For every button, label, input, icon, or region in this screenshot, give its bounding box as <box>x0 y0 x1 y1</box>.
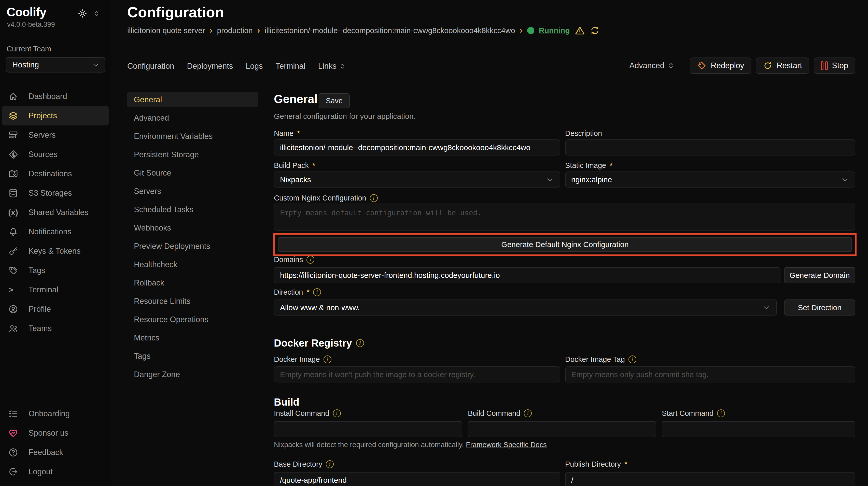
build-command-input[interactable] <box>468 421 656 437</box>
chevron-down-icon <box>546 175 554 184</box>
sidebar-item-keys-tokens[interactable]: Keys & Tokens <box>2 241 109 261</box>
subnav-metrics[interactable]: Metrics <box>127 330 258 346</box>
framework-docs-link[interactable]: Framework Specific Docs <box>466 441 547 449</box>
sidebar-item-label: Dashboard <box>29 92 67 101</box>
heart-icon <box>8 428 18 438</box>
static-image-select[interactable]: nginx:alpine <box>565 171 855 188</box>
info-icon[interactable]: i <box>313 288 321 296</box>
label-text: Install Command <box>274 409 330 418</box>
sidebar-item-profile[interactable]: Profile <box>2 299 109 319</box>
subnav-environment-variables[interactable]: Environment Variables <box>127 129 258 144</box>
description-input[interactable] <box>565 139 855 156</box>
info-icon[interactable]: i <box>307 256 314 264</box>
install-command-input[interactable] <box>274 421 462 437</box>
subnav-webhooks[interactable]: Webhooks <box>127 220 258 236</box>
sidebar-item-shared-variables[interactable]: (x) Shared Variables <box>2 203 109 222</box>
advanced-dropdown[interactable]: Advanced <box>629 61 675 70</box>
sidebar-item-notifications[interactable]: Notifications <box>2 222 109 241</box>
redeploy-button[interactable]: Redeploy <box>690 58 751 74</box>
stop-button[interactable]: Stop <box>814 58 855 74</box>
tab-configuration[interactable]: Configuration <box>127 62 174 71</box>
subnav-servers[interactable]: Servers <box>127 184 258 199</box>
sidebar-item-label: Shared Variables <box>29 208 89 217</box>
subnav-general[interactable]: General <box>127 92 258 107</box>
tab-logs[interactable]: Logs <box>246 62 263 71</box>
subnav-preview-deployments[interactable]: Preview Deployments <box>127 239 258 254</box>
info-icon[interactable]: i <box>323 355 332 363</box>
team-select[interactable]: Hosting <box>6 57 105 72</box>
info-icon[interactable]: i <box>628 355 637 363</box>
subnav-advanced[interactable]: Advanced <box>127 110 258 126</box>
subnav-tags[interactable]: Tags <box>127 349 258 364</box>
sidebar-item-teams[interactable]: Teams <box>2 319 109 338</box>
status-running-link[interactable]: Running <box>539 26 570 35</box>
tab-links[interactable]: Links <box>318 62 346 71</box>
name-input[interactable] <box>274 139 560 156</box>
info-icon[interactable]: i <box>370 194 378 202</box>
tab-label: Terminal <box>276 62 306 71</box>
sidebar-item-sources[interactable]: Sources <box>2 145 109 164</box>
sidebar-item-servers[interactable]: Servers <box>2 125 109 145</box>
sidebar-item-onboarding[interactable]: Onboarding <box>2 404 109 423</box>
breadcrumb-environment[interactable]: production <box>217 26 252 35</box>
sidebar-item-projects[interactable]: Projects <box>2 106 109 125</box>
sidebar-item-label: S3 Storages <box>29 189 72 198</box>
sidebar-item-destinations[interactable]: Destinations <box>2 164 109 184</box>
generate-domain-button[interactable]: Generate Domain <box>784 267 855 283</box>
build-pack-select[interactable]: Nixpacks <box>274 171 560 188</box>
set-direction-button[interactable]: Set Direction <box>784 299 855 316</box>
warning-icon[interactable] <box>575 25 585 36</box>
info-icon[interactable]: i <box>356 339 364 347</box>
save-button[interactable]: Save <box>319 93 350 108</box>
subnav-resource-operations[interactable]: Resource Operations <box>127 312 258 327</box>
subnav-danger-zone[interactable]: Danger Zone <box>127 367 258 382</box>
required-asterisk: * <box>610 161 613 170</box>
domains-input[interactable] <box>274 267 780 283</box>
sidebar-item-feedback[interactable]: Feedback <box>2 443 109 462</box>
subnav-git-source[interactable]: Git Source <box>127 165 258 181</box>
sidebar-item-logout[interactable]: Logout <box>2 462 109 481</box>
stop-icon <box>821 61 828 70</box>
subnav-scheduled-tasks[interactable]: Scheduled Tasks <box>127 202 258 217</box>
breadcrumb-resource[interactable]: illicitestonion/-module--decomposition:m… <box>265 26 515 35</box>
required-asterisk: * <box>307 288 309 296</box>
docker-image-input[interactable] <box>274 366 560 383</box>
subnav-rollback[interactable]: Rollback <box>127 275 258 291</box>
build-pack-label: Build Pack* <box>274 161 315 170</box>
restart-button[interactable]: Restart <box>756 58 809 74</box>
tab-label: Configuration <box>127 62 174 71</box>
start-command-input[interactable] <box>662 421 855 437</box>
selector-icon <box>339 62 346 70</box>
breadcrumb-project[interactable]: illicitonion quote server <box>127 26 205 35</box>
tab-terminal[interactable]: Terminal <box>276 62 306 71</box>
sidebar-item-tags[interactable]: Tags <box>2 261 109 280</box>
checklist-icon <box>8 409 18 419</box>
sidebar-item-dashboard[interactable]: Dashboard <box>2 87 109 106</box>
theme-selector-icon[interactable] <box>93 10 100 17</box>
sidebar-item-terminal[interactable]: >_ Terminal <box>2 280 109 299</box>
build-heading: Build <box>274 396 299 408</box>
direction-select[interactable]: Allow www & non-www. <box>274 299 777 316</box>
name-label: Name* <box>274 129 300 138</box>
sidebar-item-s3-storages[interactable]: S3 Storages <box>2 184 109 203</box>
subnav-healthcheck[interactable]: Healthcheck <box>127 257 258 272</box>
theme-sun-icon[interactable] <box>78 9 87 18</box>
nginx-config-textarea[interactable] <box>274 203 855 230</box>
chevron-down-icon <box>840 175 849 184</box>
subnav-resource-limits[interactable]: Resource Limits <box>127 294 258 309</box>
docker-image-tag-input[interactable] <box>565 366 855 383</box>
nginx-config-label: Custom Nginx Configuration i <box>274 193 378 202</box>
generate-nginx-button[interactable]: Generate Default Nginx Configuration <box>278 237 852 252</box>
info-icon[interactable]: i <box>717 410 725 417</box>
info-icon[interactable]: i <box>524 410 532 417</box>
info-icon[interactable]: i <box>326 460 334 468</box>
tab-deployments[interactable]: Deployments <box>187 62 233 71</box>
base-directory-input[interactable] <box>274 472 560 486</box>
publish-directory-input[interactable] <box>565 472 855 486</box>
subnav-persistent-storage[interactable]: Persistent Storage <box>127 147 258 162</box>
sidebar-item-label: Notifications <box>29 227 71 236</box>
sidebar-item-sponsor[interactable]: Sponsor us <box>2 423 109 443</box>
label-text: Custom Nginx Configuration <box>274 194 366 202</box>
refresh-icon[interactable] <box>590 26 600 36</box>
info-icon[interactable]: i <box>333 410 341 417</box>
